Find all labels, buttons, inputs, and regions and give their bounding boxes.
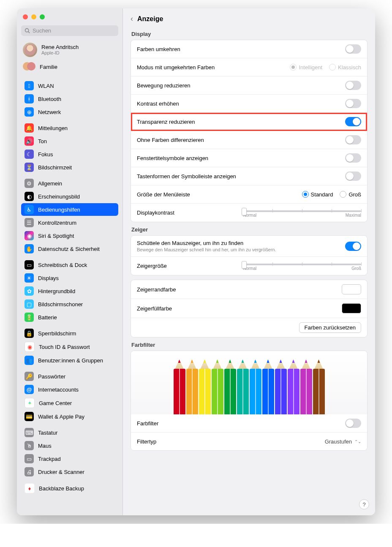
row-label: Zeigerrandfarbe <box>137 286 176 293</box>
wallet-icon: 💳 <box>24 412 34 421</box>
row-increase-contrast: Kontrast erhöhen <box>131 95 367 113</box>
help-button[interactable]: ? <box>359 499 369 509</box>
pointer-outline-colorwell[interactable] <box>342 284 361 294</box>
row-toolbar-button-shapes: Tastenformen der Symbolleiste anzeigen <box>131 167 367 185</box>
row-invert-mode: Modus mit umgekehrten Farben Intelligent… <box>131 58 367 76</box>
toggle-reduce-transparency[interactable] <box>345 117 361 126</box>
sidebar-item-control-center[interactable]: ☰Kontrollzentrum <box>21 216 118 229</box>
row-reset-colors: Farben zurücksetzen <box>131 318 367 337</box>
flame-icon: ♦ <box>24 483 35 493</box>
row-label: Farbfilter <box>137 420 158 427</box>
toggle-window-title-icons[interactable] <box>345 153 361 163</box>
toggle-colorfilter[interactable] <box>345 419 361 428</box>
family-row[interactable]: Familie <box>17 60 122 76</box>
sidebar-item-label: Allgemein <box>38 180 62 187</box>
sidebar-item-displays[interactable]: ☀Displays <box>21 272 118 284</box>
sidebar-item-privacy[interactable]: ✋Datenschutz & Sicherheit <box>21 242 118 255</box>
radio-invert-classic[interactable]: Klassisch <box>329 64 361 71</box>
sidebar-item-label: WLAN <box>38 83 54 89</box>
sidebar-item-wallet[interactable]: 💳Wallet & Apple Pay <box>21 410 118 423</box>
colorfilter-panel: Farbfilter Filtertyp Graustufen ⌃⌄ <box>131 351 368 451</box>
sidebar-item-touchid[interactable]: ◉Touch ID & Passwort <box>21 340 118 354</box>
svg-point-0 <box>25 29 29 32</box>
sidebar-item-label: Bildschirmschoner <box>38 301 83 308</box>
row-label: Bewegung reduzieren <box>137 82 190 89</box>
pointer-size-slider[interactable] <box>243 264 361 265</box>
sidebar-item-siri[interactable]: ◉Siri & Spotlight <box>21 229 118 242</box>
sidebar-item-keyboard[interactable]: ⌨Tastatur <box>21 426 118 439</box>
filter-type-popup[interactable]: Graustufen ⌃⌄ <box>325 438 361 445</box>
toggle-reduce-motion[interactable] <box>345 81 361 90</box>
sidebar-item-users[interactable]: 👥Benutzer:innen & Gruppen <box>21 354 118 367</box>
sidebar-item-backblaze[interactable]: ♦Backblaze Backup <box>21 482 118 495</box>
sidebar-item-network[interactable]: ⊕Netzwerk <box>21 106 118 118</box>
sidebar-item-lockscreen[interactable]: 🔒Sperrbildschirm <box>21 327 118 340</box>
search-icon <box>24 28 30 33</box>
colorfilter-preview <box>131 351 367 414</box>
sidebar-item-game-center[interactable]: ✦Game Center <box>21 396 118 410</box>
sidebar-item-wlan[interactable]: 􀙇WLAN <box>21 79 118 92</box>
gamecenter-icon: ✦ <box>24 398 35 408</box>
sidebar-item-trackpad[interactable]: ▭Trackpad <box>21 452 118 465</box>
sidebar-item-accessibility[interactable]: ♿︎Bedienungshilfen <box>21 203 118 216</box>
sidebar-item-label: Trackpad <box>38 456 61 462</box>
row-shake-pointer: Schüttele den Mauszeiger, um ihn zu find… <box>131 236 367 257</box>
sidebar-item-desktop-dock[interactable]: ▭Schreibtisch & Dock <box>21 259 118 271</box>
sidebar-item-screensaver[interactable]: ▢Bildschirmschoner <box>21 298 118 310</box>
row-display-contrast: Displaykontrast Normal Maximal <box>131 204 367 222</box>
sidebar-item-sound[interactable]: 🔊Ton <box>21 135 118 147</box>
sidebar-item-label: Bildschirmzeit <box>38 164 72 171</box>
at-icon: @ <box>24 385 34 394</box>
row-label: Kontrast erhöhen <box>137 101 179 107</box>
sidebar-item-passwords[interactable]: 🔑Passwörter <box>21 370 118 383</box>
toggle-invert-colors[interactable] <box>345 44 361 54</box>
row-pointer-size: Zeigergröße Normal Groß <box>131 257 367 275</box>
sidebar-item-label: Netzwerk <box>38 109 61 115</box>
radio-invert-smart[interactable]: Intelligent <box>290 64 322 71</box>
sidebar-item-label: Passwörter <box>38 373 65 380</box>
sidebar-item-bluetooth[interactable]: ᚼBluetooth <box>21 93 118 105</box>
minimize-window-button[interactable] <box>31 14 36 19</box>
row-label: Transparenz reduzieren <box>137 119 195 125</box>
family-label: Familie <box>40 64 57 70</box>
sidebar-item-label: Fokus <box>38 151 53 158</box>
apple-id-row[interactable]: Rene Andritsch Apple-ID <box>17 40 122 60</box>
row-label: Fenstertitelsymbole anzeigen <box>137 155 208 161</box>
filter-type-value: Graustufen <box>325 438 352 445</box>
sidebar-item-appearance[interactable]: ◐Erscheinungsbild <box>21 190 118 203</box>
sidebar-item-label: Internetaccounts <box>38 386 79 393</box>
reset-colors-button[interactable]: Farben zurücksetzen <box>299 322 361 333</box>
radio-menubar-large[interactable]: Groß <box>340 191 361 198</box>
sidebar-item-battery[interactable]: 🔋Batterie <box>21 311 118 324</box>
toggle-shake-pointer[interactable] <box>345 242 361 251</box>
sidebar-item-label: Drucker & Scanner <box>38 469 84 475</box>
row-label: Modus mit umgekehrten Farben <box>137 64 215 71</box>
section-display-label: Display <box>131 27 368 40</box>
sidebar-item-notifications[interactable]: 🔔Mitteilungen <box>21 122 118 134</box>
sidebar-item-label: Backblaze Backup <box>39 485 84 492</box>
toggle-toolbar-button-shapes[interactable] <box>345 171 361 181</box>
sidebar-item-printers[interactable]: 🖨Drucker & Scanner <box>21 465 118 478</box>
search-field[interactable]: Suchen <box>21 25 118 36</box>
pointer-fill-colorwell[interactable] <box>342 303 361 313</box>
toggle-differentiate-without-color[interactable] <box>345 135 361 144</box>
printer-icon: 🖨 <box>24 467 34 476</box>
sidebar-item-focus[interactable]: ☾Fokus <box>21 148 118 161</box>
close-window-button[interactable] <box>23 14 28 19</box>
sidebar-item-wallpaper[interactable]: ✿Hintergrundbild <box>21 285 118 297</box>
radio-menubar-standard[interactable]: Standard <box>302 191 333 198</box>
sidebar-item-mouse[interactable]: 🖱Maus <box>21 439 118 452</box>
bell-icon: 🔔 <box>24 123 34 133</box>
sidebar-item-screentime[interactable]: ⏳Bildschirmzeit <box>21 161 118 174</box>
back-button[interactable]: ‹ <box>131 14 133 23</box>
display-contrast-slider[interactable] <box>243 210 361 212</box>
window-controls <box>17 8 122 24</box>
zoom-window-button[interactable] <box>40 14 45 19</box>
sidebar-item-label: Mitteilungen <box>38 125 68 131</box>
row-label: Displaykontrast <box>137 210 174 216</box>
family-avatars-icon <box>23 62 35 71</box>
toggle-increase-contrast[interactable] <box>345 99 361 108</box>
row-label: Schüttele den Mauszeiger, um ihn zu find… <box>137 240 276 246</box>
sidebar-item-general[interactable]: ⚙Allgemein <box>21 177 118 190</box>
sidebar-item-internet-accounts[interactable]: @Internetaccounts <box>21 383 118 396</box>
